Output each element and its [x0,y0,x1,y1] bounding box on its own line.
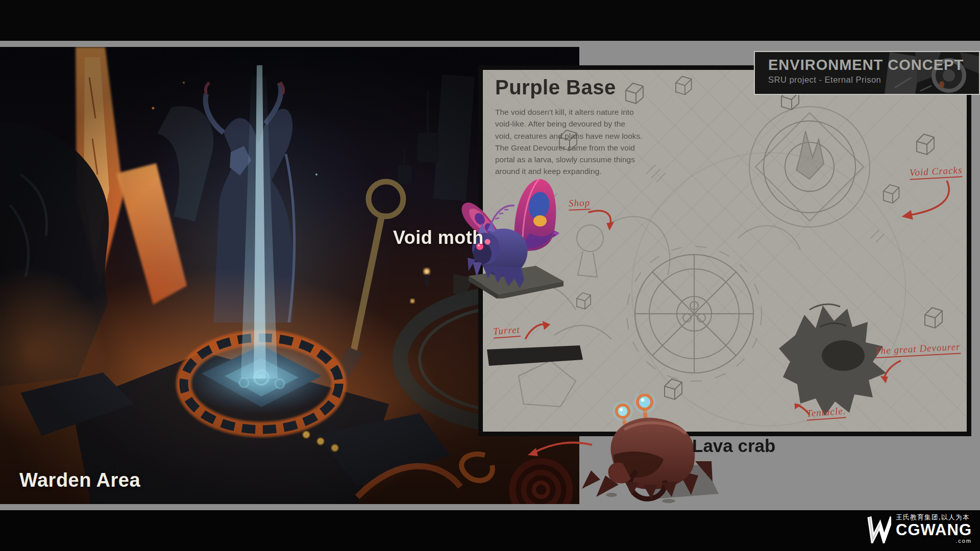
void-moth-label: Void moth [393,227,484,248]
env-concept-subtitle: SRU project - Eternal Prison [768,75,964,85]
environment-concept-plate: ENVIRONMENT CONCEPT SRU project - Eterna… [754,51,980,95]
concept-sheet: Purple Base The void dosen't kill, it al… [0,0,980,551]
lava-crab-label: Lava crab [692,436,775,456]
crab-pointer-arrow-icon [525,439,595,460]
turret-arrow-icon [522,318,553,343]
purple-base-title: Purple Base [495,76,648,99]
warden-area-label: Warden Area [19,469,140,491]
bottom-letterbox-bar: 王氏教育集团,以人为本 CGWANG .com [0,510,980,551]
tentacle-arrow-icon [793,402,813,419]
cgwang-brand: CGWANG [896,522,972,539]
env-concept-text: ENVIRONMENT CONCEPT SRU project - Eterna… [768,57,964,85]
top-letterbox-bar [0,0,980,41]
purple-base-text-block: Purple Base The void dosen't kill, it al… [495,76,648,178]
great-devourer-arrow-icon [878,358,906,385]
env-concept-title: ENVIRONMENT CONCEPT [768,57,964,73]
cgwang-text-block: 王氏教育集团,以人为本 CGWANG .com [896,513,972,544]
purple-base-description: The void dosen't kill, it alters nature … [495,106,644,178]
cgwang-watermark: 王氏教育集团,以人为本 CGWANG .com [865,513,972,544]
shop-arrow-icon [586,207,620,237]
void-cracks-arrow-icon [896,177,954,222]
annotation-turret: Turret [493,324,520,339]
cgwang-w-mark-icon [865,514,891,543]
